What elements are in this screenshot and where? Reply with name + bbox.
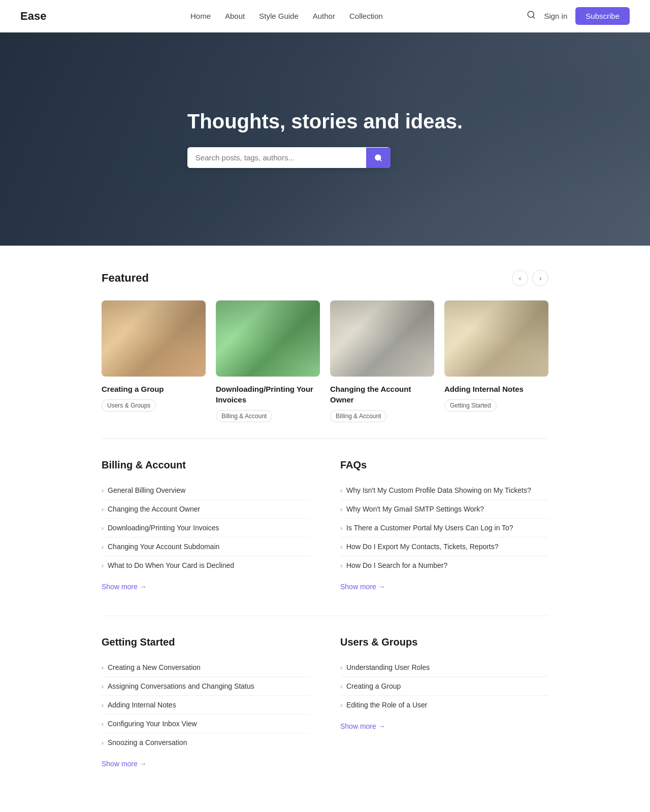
list-item[interactable]: ›How Do I Export My Contacts, Tickets, R… — [340, 537, 548, 556]
faqs-section: FAQs ›Why Isn't My Custom Profile Data S… — [340, 459, 548, 591]
nav-links: Home About Style Guide Author Collection — [190, 12, 383, 20]
getting-started-list: ›Creating a New Conversation ›Assigning … — [102, 658, 310, 752]
list-item[interactable]: ›How Do I Search for a Number? — [340, 556, 548, 574]
chevron-icon: › — [102, 721, 104, 728]
list-item[interactable]: ›Is There a Customer Portal My Users Can… — [340, 519, 548, 537]
list-item[interactable]: ›Understanding User Roles — [340, 658, 548, 677]
card-3-title: Changing the Account Owner — [330, 384, 434, 405]
faqs-title: FAQs — [340, 459, 548, 471]
list-item[interactable]: ›Changing Your Account Subdomain — [102, 537, 310, 556]
list-item[interactable]: ›Assigning Conversations and Changing St… — [102, 677, 310, 696]
getting-started-section: Getting Started ›Creating a New Conversa… — [102, 636, 310, 768]
chevron-icon: › — [102, 739, 104, 747]
list-item[interactable]: ›Configuring Your Inbox View — [102, 715, 310, 733]
chevron-icon: › — [340, 664, 342, 671]
search-input[interactable] — [187, 147, 366, 168]
chevron-icon: › — [340, 525, 342, 532]
users-groups-title: Users & Groups — [340, 636, 548, 648]
search-icon[interactable] — [527, 10, 536, 22]
list-item[interactable]: ›What to Do When Your Card is Declined — [102, 556, 310, 574]
chevron-icon: › — [102, 506, 104, 513]
hero-search-wrap — [187, 147, 391, 168]
faqs-show-more[interactable]: Show more → — [340, 583, 385, 591]
featured-card-3[interactable]: Changing the Account Owner Billing & Acc… — [330, 300, 434, 422]
getting-started-users-section: Getting Started ›Creating a New Conversa… — [102, 616, 548, 793]
users-groups-list: ›Understanding User Roles ›Creating a Gr… — [340, 658, 548, 714]
hero-search-button[interactable] — [366, 148, 391, 168]
featured-card-1[interactable]: Creating a Group Users & Groups — [102, 300, 206, 422]
billing-show-more[interactable]: Show more → — [102, 583, 147, 591]
nav-collection[interactable]: Collection — [349, 12, 383, 20]
billing-list: ›General Billing Overview ›Changing the … — [102, 481, 310, 574]
chevron-icon: › — [340, 487, 342, 494]
list-item[interactable]: ›General Billing Overview — [102, 481, 310, 500]
hero-section: Thoughts, stories and ideas. — [0, 32, 650, 246]
card-2-title: Downloading/Printing Your Invoices — [216, 384, 320, 405]
carousel-controls: ‹ › — [512, 270, 548, 286]
bottom-spacer — [102, 793, 548, 812]
nav-about[interactable]: About — [225, 12, 245, 20]
nav-home[interactable]: Home — [190, 12, 211, 20]
nav-author[interactable]: Author — [313, 12, 335, 20]
chevron-icon: › — [102, 562, 104, 569]
search-btn-icon — [374, 154, 382, 162]
chevron-icon: › — [340, 562, 342, 569]
featured-header: Featured ‹ › — [102, 270, 548, 286]
card-4-title: Adding Internal Notes — [444, 384, 548, 394]
hero-content: Thoughts, stories and ideas. — [187, 110, 463, 168]
chevron-icon: › — [340, 702, 342, 709]
featured-card-4[interactable]: Adding Internal Notes Getting Started — [444, 300, 548, 422]
card-2-tag: Billing & Account — [216, 410, 272, 422]
getting-started-show-more[interactable]: Show more → — [102, 760, 147, 768]
list-item[interactable]: ›Why Won't My Gmail SMTP Settings Work? — [340, 500, 548, 519]
chevron-icon: › — [102, 664, 104, 671]
card-3-tag: Billing & Account — [330, 410, 386, 422]
list-item[interactable]: ›Creating a New Conversation — [102, 658, 310, 677]
list-item[interactable]: ›Snoozing a Conversation — [102, 733, 310, 752]
carousel-next-button[interactable]: › — [532, 270, 548, 286]
chevron-icon: › — [102, 525, 104, 532]
main-content: Featured ‹ › Creating a Group Users & Gr… — [81, 246, 569, 812]
card-4-tag: Getting Started — [444, 399, 497, 412]
card-2-image — [216, 300, 320, 377]
featured-section: Featured ‹ › Creating a Group Users & Gr… — [102, 246, 548, 438]
carousel-prev-button[interactable]: ‹ — [512, 270, 528, 286]
brand-logo[interactable]: Ease — [20, 10, 46, 23]
card-1-title: Creating a Group — [102, 384, 206, 394]
signin-link[interactable]: Sign in — [544, 12, 567, 20]
billing-title: Billing & Account — [102, 459, 310, 471]
list-item[interactable]: ›Changing the Account Owner — [102, 500, 310, 519]
list-item[interactable]: ›Adding Internal Notes — [102, 696, 310, 715]
card-1-tag: Users & Groups — [102, 399, 156, 412]
featured-title: Featured — [102, 272, 149, 285]
subscribe-button[interactable]: Subscribe — [575, 7, 630, 25]
chevron-icon: › — [340, 544, 342, 551]
nav-styleguide[interactable]: Style Guide — [259, 12, 299, 20]
users-groups-section: Users & Groups ›Understanding User Roles… — [340, 636, 548, 768]
list-item[interactable]: ›Why Isn't My Custom Profile Data Showin… — [340, 481, 548, 500]
featured-grid: Creating a Group Users & Groups Download… — [102, 300, 548, 422]
faqs-list: ›Why Isn't My Custom Profile Data Showin… — [340, 481, 548, 574]
users-groups-show-more[interactable]: Show more → — [340, 722, 385, 730]
svg-line-1 — [533, 16, 535, 18]
chevron-icon: › — [102, 702, 104, 709]
svg-line-3 — [380, 159, 381, 161]
chevron-icon: › — [102, 683, 104, 690]
chevron-icon: › — [340, 683, 342, 690]
card-3-image — [330, 300, 434, 377]
getting-started-title: Getting Started — [102, 636, 310, 648]
hero-title: Thoughts, stories and ideas. — [187, 110, 463, 133]
nav-right: Sign in Subscribe — [527, 7, 630, 25]
chevron-icon: › — [102, 487, 104, 494]
chevron-icon: › — [340, 506, 342, 513]
billing-faqs-section: Billing & Account ›General Billing Overv… — [102, 439, 548, 616]
card-1-image — [102, 300, 206, 377]
list-item[interactable]: ›Editing the Role of a User — [340, 696, 548, 714]
navbar: Ease Home About Style Guide Author Colle… — [0, 0, 650, 32]
chevron-icon: › — [102, 544, 104, 551]
featured-card-2[interactable]: Downloading/Printing Your Invoices Billi… — [216, 300, 320, 422]
list-item[interactable]: ›Creating a Group — [340, 677, 548, 696]
card-4-image — [444, 300, 548, 377]
list-item[interactable]: ›Downloading/Printing Your Invoices — [102, 519, 310, 537]
billing-account-section: Billing & Account ›General Billing Overv… — [102, 459, 310, 591]
